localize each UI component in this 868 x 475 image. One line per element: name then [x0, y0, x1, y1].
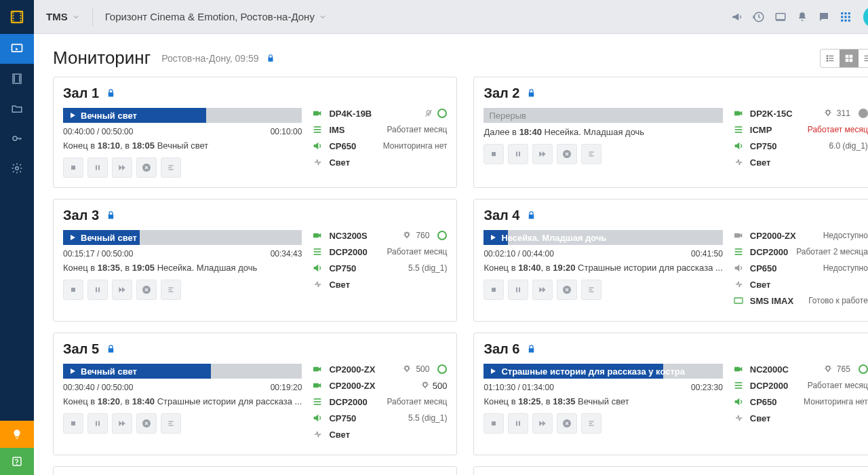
nav-tips[interactable] [0, 421, 34, 448]
apps-icon[interactable] [835, 6, 856, 28]
device-row: DCP2000 Работает месяц [311, 396, 447, 407]
view-grid[interactable] [840, 50, 859, 67]
hall-devices: DP2K-15C 311 ICMP Работает месяц CP750 6… [732, 108, 868, 173]
lock-icon[interactable] [526, 88, 536, 98]
chevron-down-icon[interactable] [72, 13, 80, 21]
nav-content[interactable] [0, 64, 34, 94]
svg-rect-3 [13, 18, 14, 19]
chat-icon[interactable] [813, 6, 835, 28]
nav-help[interactable] [0, 448, 34, 475]
forward-button[interactable] [532, 144, 553, 164]
playlist-button[interactable] [161, 157, 181, 178]
progress-bar[interactable]: Вечный свет [63, 364, 302, 379]
forward-button[interactable] [532, 413, 553, 434]
stop-button[interactable] [484, 144, 504, 164]
chevron-down-icon[interactable] [319, 13, 327, 21]
avatar[interactable]: МК [863, 6, 868, 28]
nav-monitoring[interactable] [0, 34, 34, 64]
play-icon [68, 367, 77, 375]
hall-playback: Несейка. Младшая дочь 00:02:10 / 00:44:0… [484, 230, 722, 311]
hall-name[interactable]: Зал 2 [484, 86, 519, 101]
device-status: Мониторинга нет [804, 397, 868, 406]
device-row: Свет [732, 279, 868, 290]
time-elapsed: 00:30:40 / 00:50:00 [63, 383, 133, 392]
sound-icon [732, 263, 745, 273]
nav-folders[interactable] [0, 94, 34, 124]
progress-bar[interactable]: Несейка. Младшая дочь [484, 230, 722, 245]
lock-icon[interactable] [106, 210, 116, 221]
progress-bar[interactable]: Вечный свет [63, 230, 302, 245]
pause-button[interactable] [508, 413, 528, 434]
nav-settings[interactable] [0, 153, 34, 183]
stop-button[interactable] [63, 413, 83, 434]
playback-controls [63, 413, 302, 434]
forward-button[interactable] [532, 280, 553, 300]
playlist-button[interactable] [161, 413, 181, 434]
device-name: Свет [329, 157, 447, 168]
pause-button[interactable] [87, 280, 108, 300]
svg-point-73 [405, 233, 409, 237]
svg-rect-22 [844, 16, 846, 18]
pause-button[interactable] [87, 413, 108, 434]
halls-grid: Зал 1 Вечный свет 00:40:00 / 00:50:00 00… [34, 77, 868, 475]
topbar: TMS Горизонт Cinema & Emotion, Ростов-на… [34, 0, 868, 34]
lamp-status [424, 109, 447, 118]
stop-button[interactable] [484, 280, 504, 300]
device-row: Свет [311, 429, 447, 440]
device-name: CP650 [750, 397, 804, 407]
device-row: Свет [311, 279, 447, 290]
device-status: Работает месяц [387, 125, 447, 134]
device-name: Свет [750, 280, 868, 290]
pause-button[interactable] [508, 280, 528, 300]
server-icon [311, 124, 323, 135]
cam-icon [732, 230, 745, 241]
playlist-button[interactable] [581, 144, 601, 164]
forward-button[interactable] [112, 413, 132, 434]
stop-button[interactable] [63, 157, 83, 178]
bell-icon[interactable] [791, 6, 813, 28]
forward-button[interactable] [112, 280, 132, 300]
pause-button[interactable] [508, 144, 528, 164]
stop-button[interactable] [484, 413, 504, 434]
history-icon[interactable] [748, 6, 770, 28]
lock-icon[interactable] [106, 344, 116, 354]
hall-name[interactable]: Зал 5 [63, 341, 99, 357]
lock-icon[interactable] [526, 210, 536, 221]
hall-devices: CP2000-ZX Недоступно DCP2000 Работает 2 … [732, 230, 868, 311]
progress-bar[interactable]: Перерыв [484, 108, 722, 123]
stop-button[interactable] [63, 280, 83, 300]
playlist-button[interactable] [581, 280, 601, 300]
svg-rect-65 [71, 288, 75, 292]
screen-icon[interactable] [770, 6, 791, 28]
cancel-button[interactable] [136, 157, 157, 178]
forward-button[interactable] [112, 157, 132, 178]
lock-icon[interactable] [266, 54, 275, 63]
playlist-button[interactable] [161, 280, 181, 300]
cancel-button[interactable] [136, 413, 157, 434]
location-selector[interactable]: Горизонт Cinema & Emotion, Ростов-на-Дон… [105, 11, 315, 22]
lock-icon[interactable] [526, 344, 536, 354]
svg-rect-72 [313, 233, 319, 238]
cancel-button[interactable] [557, 413, 577, 434]
announce-icon[interactable] [726, 6, 748, 28]
hall-name[interactable]: Зал 3 [63, 208, 99, 223]
nav-keys[interactable] [0, 124, 34, 153]
hall-name[interactable]: Зал 1 [63, 86, 99, 101]
view-compact[interactable] [859, 50, 868, 67]
status-dot-gray [859, 109, 868, 118]
device-name: IMS [329, 125, 387, 135]
hall-name[interactable]: Зал 4 [484, 208, 519, 223]
time-elapsed: 00:02:10 / 00:44:00 [484, 249, 553, 259]
view-list[interactable] [821, 50, 840, 67]
pause-button[interactable] [87, 157, 108, 178]
hall-name[interactable]: Зал 6 [484, 341, 519, 357]
app-name[interactable]: TMS [46, 11, 68, 22]
progress-bar[interactable]: Вечный свет [63, 108, 302, 123]
cancel-button[interactable] [136, 280, 157, 300]
progress-bar[interactable]: Страшные истории для рассказа у костра [484, 364, 722, 379]
playlist-button[interactable] [581, 413, 601, 434]
cancel-button[interactable] [557, 280, 577, 300]
next-info: Конец в 18:20, в 18:40 Страшные истории … [63, 396, 302, 406]
lock-icon[interactable] [106, 88, 116, 98]
cancel-button[interactable] [557, 144, 577, 164]
